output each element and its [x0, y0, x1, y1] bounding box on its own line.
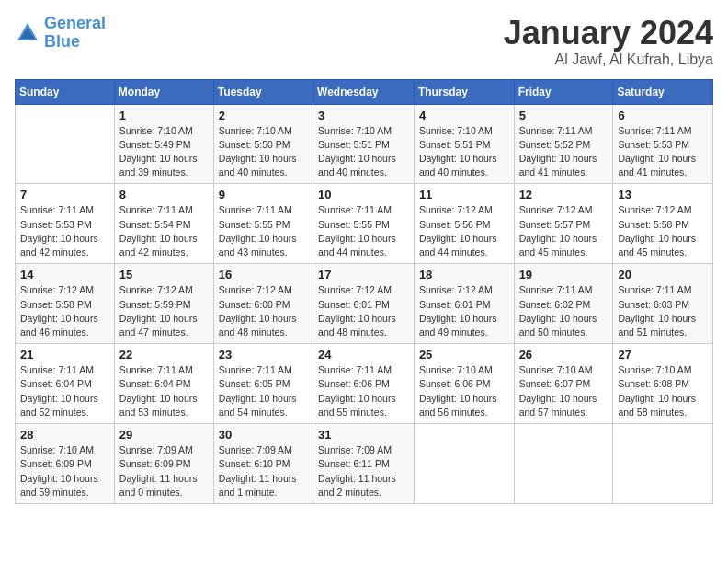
- calendar-cell: [514, 424, 613, 504]
- day-header-monday: Monday: [114, 79, 213, 104]
- calendar-cell: 17Sunrise: 7:12 AM Sunset: 6:01 PM Dayli…: [313, 264, 415, 344]
- calendar-cell: 8Sunrise: 7:11 AM Sunset: 5:54 PM Daylig…: [114, 184, 213, 264]
- day-info: Sunrise: 7:12 AM Sunset: 5:57 PM Dayligh…: [519, 203, 609, 259]
- calendar-cell: [414, 424, 514, 504]
- calendar-header-row: SundayMondayTuesdayWednesdayThursdayFrid…: [16, 79, 713, 104]
- day-info: Sunrise: 7:10 AM Sunset: 6:06 PM Dayligh…: [419, 363, 509, 419]
- day-info: Sunrise: 7:12 AM Sunset: 5:58 PM Dayligh…: [20, 283, 109, 339]
- day-info: Sunrise: 7:12 AM Sunset: 6:00 PM Dayligh…: [219, 283, 308, 339]
- day-info: Sunrise: 7:10 AM Sunset: 6:08 PM Dayligh…: [618, 363, 708, 419]
- logo-icon: [15, 20, 40, 46]
- calendar-cell: 27Sunrise: 7:10 AM Sunset: 6:08 PM Dayli…: [613, 344, 713, 424]
- day-info: Sunrise: 7:09 AM Sunset: 6:10 PM Dayligh…: [219, 443, 308, 500]
- day-number: 25: [419, 348, 509, 362]
- calendar-cell: 11Sunrise: 7:12 AM Sunset: 5:56 PM Dayli…: [414, 184, 514, 264]
- day-info: Sunrise: 7:11 AM Sunset: 6:04 PM Dayligh…: [119, 363, 209, 419]
- calendar-cell: 6Sunrise: 7:11 AM Sunset: 5:53 PM Daylig…: [613, 104, 713, 184]
- calendar-cell: 24Sunrise: 7:11 AM Sunset: 6:06 PM Dayli…: [313, 344, 415, 424]
- calendar-cell: 26Sunrise: 7:10 AM Sunset: 6:07 PM Dayli…: [514, 344, 613, 424]
- day-number: 12: [519, 188, 609, 201]
- day-header-friday: Friday: [514, 79, 613, 104]
- week-row-1: 1Sunrise: 7:10 AM Sunset: 5:49 PM Daylig…: [16, 104, 713, 184]
- calendar-table: SundayMondayTuesdayWednesdayThursdayFrid…: [15, 79, 713, 504]
- logo: General Blue: [15, 15, 106, 52]
- day-number: 31: [318, 428, 409, 442]
- day-number: 29: [119, 428, 209, 442]
- week-row-3: 14Sunrise: 7:12 AM Sunset: 5:58 PM Dayli…: [16, 264, 713, 344]
- calendar-cell: 18Sunrise: 7:12 AM Sunset: 6:01 PM Dayli…: [414, 264, 514, 344]
- calendar-cell: 13Sunrise: 7:12 AM Sunset: 5:58 PM Dayli…: [613, 184, 713, 264]
- day-info: Sunrise: 7:11 AM Sunset: 6:05 PM Dayligh…: [219, 363, 308, 419]
- day-info: Sunrise: 7:11 AM Sunset: 6:02 PM Dayligh…: [519, 283, 609, 339]
- day-number: 18: [419, 268, 509, 282]
- day-info: Sunrise: 7:09 AM Sunset: 6:09 PM Dayligh…: [119, 443, 209, 500]
- day-number: 21: [20, 348, 109, 362]
- day-number: 6: [618, 109, 708, 122]
- page-header: General Blue January 2024 Al Jawf, Al Ku…: [15, 15, 713, 68]
- day-info: Sunrise: 7:11 AM Sunset: 5:54 PM Dayligh…: [119, 203, 209, 259]
- calendar-cell: 9Sunrise: 7:11 AM Sunset: 5:55 PM Daylig…: [213, 184, 313, 264]
- day-number: 28: [20, 428, 109, 442]
- day-info: Sunrise: 7:12 AM Sunset: 5:56 PM Dayligh…: [419, 203, 509, 259]
- calendar-cell: [613, 424, 713, 504]
- day-info: Sunrise: 7:12 AM Sunset: 6:01 PM Dayligh…: [419, 283, 509, 339]
- day-info: Sunrise: 7:10 AM Sunset: 6:09 PM Dayligh…: [20, 443, 109, 500]
- day-number: 19: [519, 268, 609, 282]
- calendar-cell: 20Sunrise: 7:11 AM Sunset: 6:03 PM Dayli…: [613, 264, 713, 344]
- calendar-cell: 1Sunrise: 7:10 AM Sunset: 5:49 PM Daylig…: [114, 104, 213, 184]
- calendar-cell: 4Sunrise: 7:10 AM Sunset: 5:51 PM Daylig…: [414, 104, 514, 184]
- title-block: January 2024 Al Jawf, Al Kufrah, Libya: [504, 15, 713, 68]
- day-number: 7: [20, 188, 109, 201]
- day-info: Sunrise: 7:11 AM Sunset: 5:53 PM Dayligh…: [618, 124, 708, 180]
- day-info: Sunrise: 7:11 AM Sunset: 6:04 PM Dayligh…: [20, 363, 109, 419]
- day-number: 8: [119, 188, 209, 201]
- calendar-cell: 28Sunrise: 7:10 AM Sunset: 6:09 PM Dayli…: [16, 424, 115, 504]
- week-row-2: 7Sunrise: 7:11 AM Sunset: 5:53 PM Daylig…: [16, 184, 713, 264]
- day-info: Sunrise: 7:10 AM Sunset: 6:07 PM Dayligh…: [519, 363, 609, 419]
- logo-line2: Blue: [44, 32, 80, 51]
- calendar-cell: 25Sunrise: 7:10 AM Sunset: 6:06 PM Dayli…: [414, 344, 514, 424]
- day-number: 10: [318, 188, 409, 201]
- calendar-cell: 16Sunrise: 7:12 AM Sunset: 6:00 PM Dayli…: [213, 264, 313, 344]
- day-number: 20: [618, 268, 708, 282]
- calendar-cell: 2Sunrise: 7:10 AM Sunset: 5:50 PM Daylig…: [213, 104, 313, 184]
- calendar-cell: 10Sunrise: 7:11 AM Sunset: 5:55 PM Dayli…: [313, 184, 415, 264]
- day-info: Sunrise: 7:11 AM Sunset: 6:06 PM Dayligh…: [318, 363, 409, 419]
- week-row-4: 21Sunrise: 7:11 AM Sunset: 6:04 PM Dayli…: [16, 344, 713, 424]
- day-number: 15: [119, 268, 209, 282]
- calendar-cell: 23Sunrise: 7:11 AM Sunset: 6:05 PM Dayli…: [213, 344, 313, 424]
- day-header-tuesday: Tuesday: [213, 79, 313, 104]
- day-number: 4: [419, 109, 509, 122]
- day-info: Sunrise: 7:09 AM Sunset: 6:11 PM Dayligh…: [318, 443, 409, 500]
- day-number: 23: [219, 348, 308, 362]
- day-number: 24: [318, 348, 409, 362]
- day-number: 11: [419, 188, 509, 201]
- calendar-cell: 31Sunrise: 7:09 AM Sunset: 6:11 PM Dayli…: [313, 424, 415, 504]
- day-info: Sunrise: 7:10 AM Sunset: 5:50 PM Dayligh…: [219, 124, 308, 180]
- day-info: Sunrise: 7:10 AM Sunset: 5:51 PM Dayligh…: [419, 124, 509, 180]
- day-number: 16: [219, 268, 308, 282]
- week-row-5: 28Sunrise: 7:10 AM Sunset: 6:09 PM Dayli…: [16, 424, 713, 504]
- day-header-sunday: Sunday: [16, 79, 115, 104]
- day-number: 13: [618, 188, 708, 201]
- day-header-thursday: Thursday: [414, 79, 514, 104]
- calendar-cell: 21Sunrise: 7:11 AM Sunset: 6:04 PM Dayli…: [16, 344, 115, 424]
- day-number: 26: [519, 348, 609, 362]
- day-number: 27: [618, 348, 708, 362]
- logo-text: General Blue: [44, 15, 106, 52]
- calendar-cell: 12Sunrise: 7:12 AM Sunset: 5:57 PM Dayli…: [514, 184, 613, 264]
- calendar-cell: 22Sunrise: 7:11 AM Sunset: 6:04 PM Dayli…: [114, 344, 213, 424]
- day-header-saturday: Saturday: [613, 79, 713, 104]
- day-info: Sunrise: 7:12 AM Sunset: 6:01 PM Dayligh…: [318, 283, 409, 339]
- day-number: 2: [219, 109, 308, 122]
- calendar-cell: 3Sunrise: 7:10 AM Sunset: 5:51 PM Daylig…: [313, 104, 415, 184]
- day-info: Sunrise: 7:11 AM Sunset: 5:55 PM Dayligh…: [318, 203, 409, 259]
- day-number: 14: [20, 268, 109, 282]
- day-number: 3: [318, 109, 409, 122]
- day-info: Sunrise: 7:10 AM Sunset: 5:51 PM Dayligh…: [318, 124, 409, 180]
- calendar-cell: 7Sunrise: 7:11 AM Sunset: 5:53 PM Daylig…: [16, 184, 115, 264]
- day-info: Sunrise: 7:11 AM Sunset: 5:53 PM Dayligh…: [20, 203, 109, 259]
- location: Al Jawf, Al Kufrah, Libya: [504, 52, 713, 68]
- calendar-cell: 29Sunrise: 7:09 AM Sunset: 6:09 PM Dayli…: [114, 424, 213, 504]
- day-number: 9: [219, 188, 308, 201]
